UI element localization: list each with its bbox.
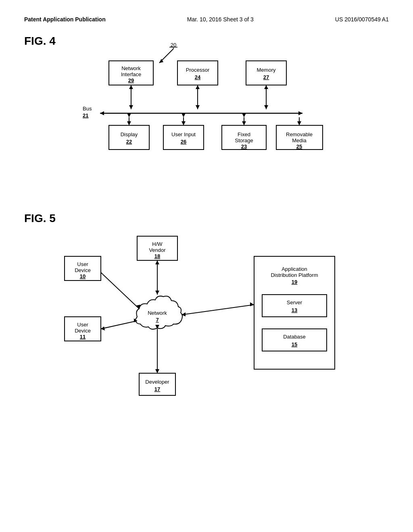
svg-marker-89: [250, 302, 254, 306]
svg-rect-74: [262, 295, 327, 317]
svg-marker-20: [129, 105, 133, 109]
svg-text:Storage: Storage: [235, 137, 253, 143]
svg-text:26: 26: [181, 139, 186, 145]
svg-text:Server: Server: [287, 299, 302, 305]
svg-line-80: [101, 272, 139, 309]
svg-text:18: 18: [154, 253, 160, 259]
svg-text:7: 7: [156, 317, 159, 323]
svg-text:10: 10: [80, 273, 86, 279]
svg-text:Display: Display: [121, 131, 138, 137]
svg-text:Application: Application: [282, 266, 307, 272]
svg-marker-23: [196, 105, 200, 109]
svg-marker-47: [181, 113, 186, 117]
svg-marker-43: [127, 121, 131, 125]
svg-text:13: 13: [292, 307, 297, 313]
svg-text:17: 17: [154, 386, 160, 392]
svg-marker-26: [264, 105, 268, 109]
svg-line-88: [181, 305, 254, 315]
svg-text:27: 27: [263, 74, 269, 80]
svg-text:Fixed: Fixed: [238, 131, 250, 137]
svg-marker-18: [298, 111, 302, 115]
fig5-section: FIG. 5 User Device 10 User Device 11 H/W…: [24, 212, 389, 414]
svg-text:25: 25: [296, 143, 302, 150]
svg-text:24: 24: [195, 74, 201, 80]
fig5-label: FIG. 5: [24, 212, 389, 225]
svg-marker-24: [196, 85, 200, 89]
svg-text:Device: Device: [75, 328, 91, 334]
svg-text:Network: Network: [121, 65, 141, 71]
svg-marker-86: [155, 291, 159, 295]
svg-line-82: [101, 321, 137, 329]
svg-text:11: 11: [80, 334, 86, 340]
svg-text:H/W: H/W: [152, 241, 163, 247]
svg-rect-31: [163, 125, 204, 150]
svg-text:22: 22: [126, 139, 132, 145]
fig5-diagram: User Device 10 User Device 11 H/W Vendor…: [40, 224, 387, 426]
svg-text:Database: Database: [283, 334, 306, 340]
svg-text:29: 29: [128, 77, 134, 83]
svg-text:23: 23: [241, 143, 247, 150]
svg-text:21: 21: [83, 112, 88, 118]
header-center: Mar. 10, 2016 Sheet 3 of 3: [187, 16, 254, 23]
svg-rect-77: [262, 329, 327, 351]
svg-text:Memory: Memory: [257, 67, 276, 73]
svg-rect-8: [177, 61, 218, 85]
svg-marker-50: [242, 113, 246, 117]
svg-marker-83: [101, 326, 105, 330]
svg-rect-11: [246, 61, 286, 85]
svg-text:Vendor: Vendor: [149, 247, 166, 253]
fig4-diagram: 20 Network Interface 29 Processor 24 Mem…: [40, 35, 387, 188]
svg-text:Network: Network: [148, 310, 167, 316]
svg-marker-17: [100, 111, 104, 115]
svg-text:19: 19: [292, 279, 297, 285]
svg-marker-92: [155, 369, 159, 373]
svg-text:Media: Media: [292, 137, 307, 143]
header-left: Patent Application Publication: [24, 16, 106, 23]
svg-text:Device: Device: [75, 267, 91, 273]
svg-text:User Input: User Input: [171, 131, 196, 137]
svg-text:User: User: [77, 261, 88, 267]
svg-marker-27: [264, 85, 268, 89]
svg-marker-49: [242, 121, 246, 125]
svg-marker-87: [155, 260, 159, 264]
svg-text:15: 15: [292, 341, 297, 347]
svg-marker-21: [129, 85, 133, 89]
header: Patent Application Publication Mar. 10, …: [24, 16, 389, 23]
header-right: US 2016/0070549 A1: [335, 16, 389, 23]
svg-marker-44: [127, 113, 131, 117]
svg-text:Bus: Bus: [83, 106, 92, 112]
svg-marker-46: [181, 121, 186, 125]
svg-text:Distribution Platform: Distribution Platform: [271, 272, 318, 278]
svg-text:Removable: Removable: [286, 131, 313, 137]
svg-text:Interface: Interface: [121, 71, 142, 77]
svg-rect-28: [109, 125, 149, 150]
svg-text:User: User: [77, 322, 88, 328]
fig4-section: FIG. 4 20 Network Interface 29 Processor…: [24, 35, 389, 204]
svg-text:Developer: Developer: [145, 379, 169, 385]
svg-text:Processor: Processor: [186, 67, 210, 73]
svg-marker-52: [297, 121, 301, 125]
page: Patent Application Publication Mar. 10, …: [0, 0, 413, 532]
